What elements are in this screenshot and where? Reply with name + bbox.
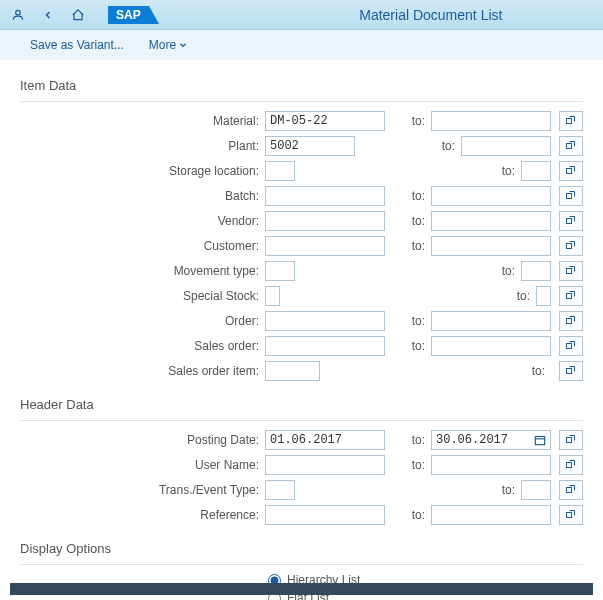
field-sales-order-item: Sales order item: to: [20,360,583,382]
sales-order-to-input[interactable] [431,336,551,356]
field-order: Order: to: [20,310,583,332]
field-special-stock: Special Stock: to: [20,285,583,307]
multi-select-icon[interactable] [559,161,583,181]
multi-select-icon[interactable] [559,311,583,331]
material-to-input[interactable] [431,111,551,131]
svg-rect-16 [567,488,572,493]
trans-event-from-input[interactable] [265,480,295,500]
multi-select-icon[interactable] [559,455,583,475]
svg-rect-5 [567,219,572,224]
order-from-input[interactable] [265,311,385,331]
svg-rect-9 [567,319,572,324]
toolbar: Save as Variant... More [0,30,603,60]
field-plant: Plant: to: [20,135,583,157]
field-posting-date: Posting Date: to: [20,429,583,451]
field-batch: Batch: to: [20,185,583,207]
multi-select-icon[interactable] [559,211,583,231]
field-storage-location: Storage location: to: [20,160,583,182]
svg-rect-3 [567,169,572,174]
posting-date-to-input[interactable] [431,430,551,450]
multi-select-icon[interactable] [559,111,583,131]
posting-date-from-input[interactable] [265,430,385,450]
trans-event-to-input[interactable] [521,480,551,500]
svg-rect-4 [567,194,572,199]
vendor-from-input[interactable] [265,211,385,231]
storage-location-from-input[interactable] [265,161,295,181]
svg-rect-7 [567,269,572,274]
user-icon[interactable] [10,7,26,23]
header-data-title: Header Data [20,397,583,412]
user-name-to-input[interactable] [431,455,551,475]
display-options-title: Display Options [20,541,583,556]
multi-select-icon[interactable] [559,236,583,256]
content: Item Data Material: to: Plant: to: Stora… [0,60,603,600]
multi-select-icon[interactable] [559,261,583,281]
customer-to-input[interactable] [431,236,551,256]
customer-from-input[interactable] [265,236,385,256]
batch-from-input[interactable] [265,186,385,206]
sales-order-item-from-input[interactable] [265,361,320,381]
field-material: Material: to: [20,110,583,132]
multi-select-icon[interactable] [559,136,583,156]
multi-select-icon[interactable] [559,361,583,381]
multi-select-icon[interactable] [559,186,583,206]
multi-select-icon[interactable] [559,286,583,306]
material-from-input[interactable] [265,111,385,131]
reference-from-input[interactable] [265,505,385,525]
multi-select-icon[interactable] [559,505,583,525]
special-stock-to-input[interactable] [536,286,551,306]
back-icon[interactable] [40,7,56,23]
svg-rect-11 [567,369,572,374]
field-vendor: Vendor: to: [20,210,583,232]
user-name-from-input[interactable] [265,455,385,475]
field-customer: Customer: to: [20,235,583,257]
field-trans-event-type: Trans./Event Type: to: [20,479,583,501]
plant-to-input[interactable] [461,136,551,156]
sap-logo: SAP [108,6,149,24]
storage-location-to-input[interactable] [521,161,551,181]
special-stock-from-input[interactable] [265,286,280,306]
home-icon[interactable] [70,7,86,23]
svg-rect-14 [567,438,572,443]
field-reference: Reference: to: [20,504,583,526]
svg-rect-8 [567,294,572,299]
field-sales-order: Sales order: to: [20,335,583,357]
multi-select-icon[interactable] [559,336,583,356]
field-user-name: User Name: to: [20,454,583,476]
save-variant-button[interactable]: Save as Variant... [30,38,124,52]
header-icons: SAP [10,6,149,24]
sales-order-from-input[interactable] [265,336,385,356]
field-movement-type: Movement type: to: [20,260,583,282]
page-title: Material Document List [269,7,593,23]
svg-point-0 [16,10,21,15]
vendor-to-input[interactable] [431,211,551,231]
svg-rect-15 [567,463,572,468]
svg-rect-1 [567,119,572,124]
batch-to-input[interactable] [431,186,551,206]
movement-type-to-input[interactable] [521,261,551,281]
svg-rect-2 [567,144,572,149]
item-data-title: Item Data [20,78,583,93]
svg-rect-17 [567,513,572,518]
order-to-input[interactable] [431,311,551,331]
multi-select-icon[interactable] [559,430,583,450]
footer-bar [10,583,593,595]
svg-rect-6 [567,244,572,249]
movement-type-from-input[interactable] [265,261,295,281]
plant-from-input[interactable] [265,136,355,156]
header-bar: SAP Material Document List [0,0,603,30]
multi-select-icon[interactable] [559,480,583,500]
more-button[interactable]: More [149,38,188,52]
svg-rect-10 [567,344,572,349]
reference-to-input[interactable] [431,505,551,525]
